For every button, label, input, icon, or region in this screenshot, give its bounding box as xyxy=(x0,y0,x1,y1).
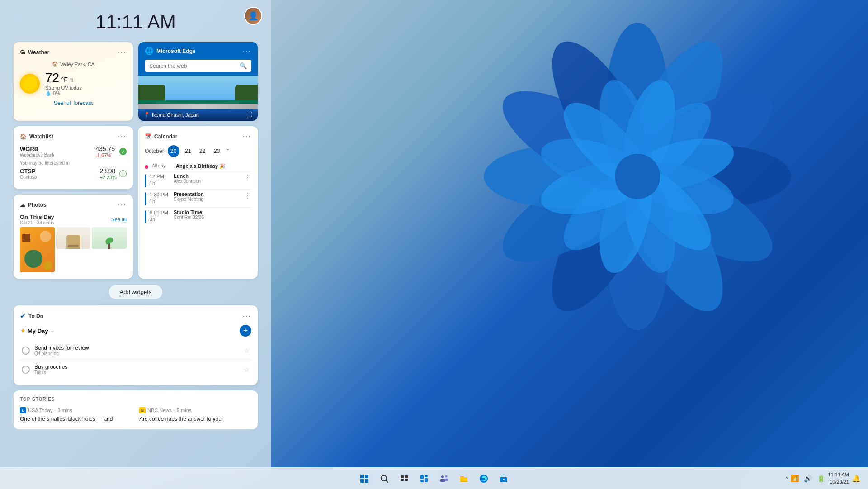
widgets-button[interactable] xyxy=(416,470,432,487)
stock-price-area-ctsp: 23.98 +2.23% + xyxy=(99,167,127,180)
svg-rect-33 xyxy=(420,480,424,482)
calendar-icon: 📅 xyxy=(145,133,151,140)
task-view-icon xyxy=(400,474,409,483)
weather-forecast-link[interactable]: See full forecast xyxy=(20,100,127,106)
widgets-time: 11:11 AM xyxy=(14,11,258,33)
watchlist-title: 🏠 Watchlist xyxy=(20,133,53,140)
widgets-icon xyxy=(420,474,429,483)
cal-date-20[interactable]: 20 xyxy=(168,145,179,157)
stock-price-wgrb: 435.75 -1.67% xyxy=(95,145,115,158)
photos-icon: ☁ xyxy=(20,202,25,208)
stock-price-ctsp: 23.98 +2.23% xyxy=(99,167,117,180)
weather-location: 🏠 Valley Park, CA xyxy=(20,61,127,67)
add-widgets-button[interactable]: Add widgets xyxy=(109,285,163,299)
store-button[interactable] xyxy=(495,470,512,487)
expand-icon[interactable]: ⛶ xyxy=(246,111,252,118)
photo-cell-chair xyxy=(56,227,91,249)
svg-rect-29 xyxy=(401,479,404,481)
cal-date-23[interactable]: 23 xyxy=(211,145,223,157)
interested-label: You may be interested in xyxy=(20,161,127,166)
event-time-presentation: 1:30 PM 1h xyxy=(150,191,170,205)
svg-rect-40 xyxy=(503,479,505,480)
photos-more-button[interactable]: ··· xyxy=(118,201,127,209)
story-item-1[interactable]: N NBC News · 5 mins Are coffee naps the … xyxy=(139,407,251,423)
search-icon: 🔍 xyxy=(240,62,247,69)
photo-cell-plant xyxy=(92,227,127,249)
story-headline-0: One of the smallest black holes — and xyxy=(20,415,132,423)
event-time-lunch: 12 PM 1h xyxy=(150,173,170,187)
stock-price-area-wgrb: 435.75 -1.67% ✓ xyxy=(95,145,127,158)
story-item-0[interactable]: U USA Today · 3 mins One of the smallest… xyxy=(20,407,132,423)
weather-more-button[interactable]: ··· xyxy=(118,48,127,57)
todo-checkbox-0[interactable] xyxy=(22,347,30,355)
edge-search-input[interactable] xyxy=(149,63,236,69)
todo-chevron[interactable]: ⌄ xyxy=(50,328,54,334)
taskbar-datetime[interactable]: 11:11 AM 10/20/21 xyxy=(828,471,849,485)
event-more-presentation[interactable]: ⋮ xyxy=(244,191,251,200)
calendar-chevron-down[interactable]: ⌄ xyxy=(226,145,230,157)
stock-company-wgrb: Woodgrove Bank xyxy=(20,152,55,157)
todo-more-button[interactable]: ··· xyxy=(243,312,251,320)
cal-date-22[interactable]: 22 xyxy=(197,145,208,157)
weather-widget: 🌤 Weather ··· 🏠 Valley Park, CA 72 °F ⇅ xyxy=(14,42,133,121)
watchlist-more-button[interactable]: ··· xyxy=(118,133,127,141)
user-avatar[interactable]: 👤 xyxy=(244,7,262,25)
watchlist-widget: 🏠 Watchlist ··· WGRB Woodgrove Bank 435.… xyxy=(14,126,133,189)
stories-grid: U USA Today · 3 mins One of the smallest… xyxy=(20,407,251,423)
edge-search-bar[interactable]: 🔍 xyxy=(145,60,251,72)
taskbar-time: 11:11 AM xyxy=(828,471,849,478)
win11-bloom xyxy=(448,0,832,353)
wifi-icon[interactable]: 📶 xyxy=(791,475,799,483)
notification-icon[interactable]: 🔔 xyxy=(852,474,861,483)
event-bar-presentation xyxy=(145,192,146,205)
calendar-month-nav: October 20 21 22 23 ⌄ xyxy=(145,145,251,157)
todo-add-button[interactable]: + xyxy=(240,325,251,337)
bridge-road xyxy=(138,104,258,109)
story-source-icon-1: N xyxy=(139,407,146,413)
event-more-lunch[interactable]: ⋮ xyxy=(244,173,251,182)
svg-point-37 xyxy=(445,475,448,477)
file-explorer-button[interactable] xyxy=(456,470,472,487)
edge-more-button[interactable]: ··· xyxy=(243,47,251,55)
cal-date-21[interactable]: 21 xyxy=(182,145,194,157)
system-tray-expand[interactable]: ^ xyxy=(785,476,788,481)
todo-icon: ✔ xyxy=(20,312,26,320)
calendar-more-button[interactable]: ··· xyxy=(243,133,251,141)
top-stories: TOP STORIES U USA Today · 3 mins One of … xyxy=(14,390,258,429)
photos-title: ☁ Photos xyxy=(20,202,47,208)
todo-title-area: ✔ To Do xyxy=(20,312,43,320)
edge-widget: 🌐 Microsoft Edge ··· 🔍 xyxy=(138,42,258,121)
search-button[interactable] xyxy=(376,470,392,487)
todo-text-1: Buy groceries Tasks xyxy=(34,364,239,375)
event-dot-allday xyxy=(145,165,148,169)
story-source-icon-0: U xyxy=(20,407,26,413)
todo-star-0[interactable]: ☆ xyxy=(244,347,250,354)
widgets-grid: 🌤 Weather ··· 🏠 Valley Park, CA 72 °F ⇅ xyxy=(14,42,258,279)
edge-image: 📍 Ikema Ohashi, Japan ⛶ xyxy=(138,76,258,121)
todo-checkbox-1[interactable] xyxy=(22,366,30,374)
calendar-event-studio: 6:00 PM 3h Studio Time Conf Rm 32/35 xyxy=(145,208,251,225)
volume-icon[interactable]: 🔊 xyxy=(804,475,812,483)
edge-taskbar-button[interactable] xyxy=(476,470,492,487)
taskbar-date: 10/20/21 xyxy=(828,479,849,485)
home-icon: 🏠 xyxy=(52,61,58,67)
svg-point-35 xyxy=(441,475,444,478)
calendar-event-presentation: 1:30 PM 1h Presentation Skype Meeting ⋮ xyxy=(145,190,251,208)
edge-title: 🌐 Microsoft Edge xyxy=(145,47,196,55)
task-view-button[interactable] xyxy=(396,470,412,487)
todo-myday-row: ✦ My Day ⌄ + xyxy=(20,325,251,337)
teams-button[interactable] xyxy=(436,470,452,487)
stock-info-wgrb: WGRB Woodgrove Bank xyxy=(20,146,55,157)
photo-cell-large xyxy=(20,227,55,272)
start-button[interactable] xyxy=(356,470,373,487)
todo-star-1[interactable]: ☆ xyxy=(244,366,250,373)
calendar-widget: 📅 Calendar ··· October 20 21 22 23 ⌄ xyxy=(138,126,258,279)
edge-image-overlay: 📍 Ikema Ohashi, Japan ⛶ xyxy=(138,109,258,121)
teams-icon xyxy=(439,474,449,484)
watchlist-header: 🏠 Watchlist ··· xyxy=(20,133,127,141)
battery-icon[interactable]: 🔋 xyxy=(817,475,826,483)
event-details-presentation: Presentation Skype Meeting xyxy=(174,191,204,202)
stock-info-ctsp: CTSP Contoso xyxy=(20,168,37,180)
photos-see-all-link[interactable]: See all xyxy=(111,217,127,222)
todo-label: To Do xyxy=(28,313,43,319)
